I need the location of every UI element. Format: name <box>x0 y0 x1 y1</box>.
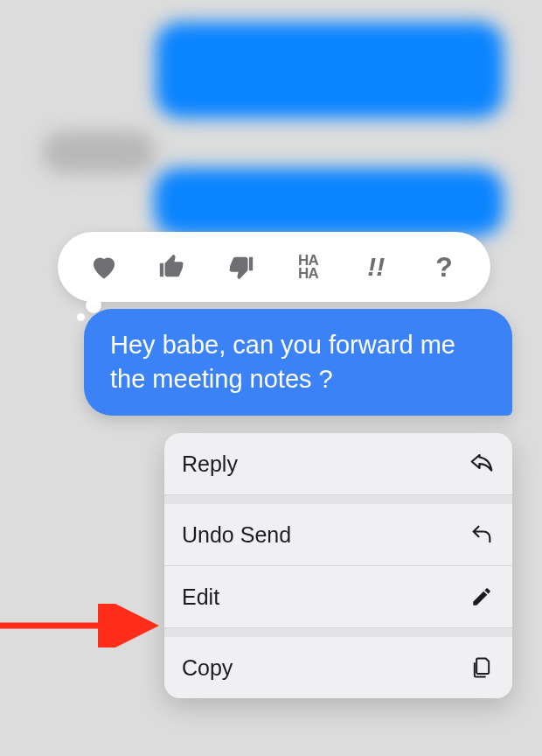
menu-label: Undo Send <box>182 522 291 548</box>
reaction-exclaim[interactable]: !! <box>356 247 396 287</box>
background-bubble <box>154 168 504 236</box>
menu-separator <box>164 495 512 504</box>
reaction-thumbs-down[interactable] <box>220 247 261 287</box>
reaction-haha[interactable]: HAHA <box>288 247 328 287</box>
question-text: ? <box>435 251 453 284</box>
edit-icon <box>469 584 495 610</box>
menu-separator <box>164 628 512 637</box>
message-text: Hey babe, can you forward me the meeting… <box>110 331 455 393</box>
background-bubble <box>156 22 504 118</box>
reaction-thumbs-up[interactable] <box>152 247 192 287</box>
thumbs-up-icon <box>157 252 187 282</box>
tapback-bar: HAHA !! ? <box>58 232 490 302</box>
background-bubble <box>42 131 156 173</box>
selected-message-bubble[interactable]: Hey babe, can you forward me the meeting… <box>84 309 512 416</box>
reaction-heart[interactable] <box>84 247 124 287</box>
menu-item-copy[interactable]: Copy <box>164 637 512 698</box>
thumbs-down-icon <box>226 252 255 282</box>
menu-item-undo-send[interactable]: Undo Send <box>164 504 512 566</box>
haha-text: HAHA <box>298 254 318 281</box>
annotation-arrow <box>0 604 175 648</box>
menu-label: Reply <box>182 452 238 477</box>
undo-icon <box>469 522 495 548</box>
exclaim-text: !! <box>367 252 385 282</box>
menu-item-reply[interactable]: Reply <box>164 433 512 495</box>
menu-label: Copy <box>182 655 233 681</box>
copy-icon <box>469 654 495 681</box>
reaction-question[interactable]: ? <box>424 247 464 287</box>
reply-icon <box>469 451 495 477</box>
heart-icon <box>88 251 120 283</box>
context-menu: Reply Undo Send Edit Copy <box>164 433 512 698</box>
menu-item-edit[interactable]: Edit <box>164 566 512 628</box>
menu-label: Edit <box>182 584 219 610</box>
tapback-tail <box>77 313 85 321</box>
